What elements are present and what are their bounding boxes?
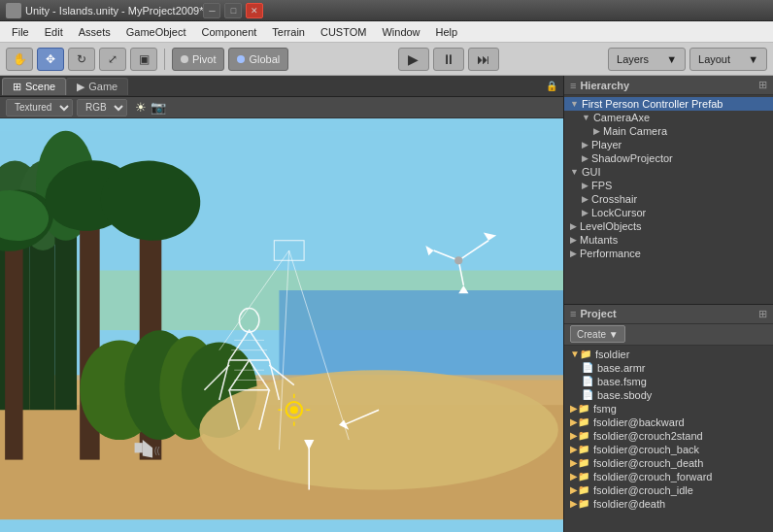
folder-icon: ▶📁 xyxy=(570,430,589,441)
hierarchy-item[interactable]: ▶Crosshair xyxy=(564,192,773,206)
project-item-label: fsmg xyxy=(593,403,617,415)
move-tool-button[interactable]: ✥ xyxy=(37,48,64,71)
hierarchy-tabs-icon: ⊞ xyxy=(758,79,767,91)
layout-dropdown[interactable]: Layout ▼ xyxy=(689,48,767,71)
file3d-icon: 📄 xyxy=(582,362,593,373)
step-button[interactable]: ⏭ xyxy=(468,48,499,71)
scale-tool-button[interactable]: ⤢ xyxy=(99,48,126,71)
menu-edit[interactable]: Edit xyxy=(37,24,71,40)
create-button[interactable]: Create ▼ xyxy=(570,325,625,343)
hierarchy-item-label: ShadowProjector xyxy=(591,152,673,164)
hierarchy-title: Hierarchy xyxy=(580,80,629,91)
project-tabs-icon: ⊞ xyxy=(758,308,767,320)
hierarchy-item-label: Main Camera xyxy=(603,125,667,137)
create-label: Create ▼ xyxy=(577,329,619,340)
project-item-label: fsoldier@crouch_back xyxy=(593,444,699,455)
svg-rect-43 xyxy=(135,443,143,452)
tab-scene[interactable]: ⊞ Scene xyxy=(2,78,66,95)
project-item[interactable]: ▶📁fsoldier@crouch_death xyxy=(564,456,773,470)
project-item[interactable]: ▶📁fsoldier@crouch_forward xyxy=(564,470,773,483)
project-item[interactable]: ▶📁fsmg xyxy=(564,402,773,416)
hierarchy-item-label: Crosshair xyxy=(591,193,637,205)
pivot-button[interactable]: Pivot xyxy=(172,48,224,71)
project-item[interactable]: ▼📁fsoldier xyxy=(564,348,773,361)
hierarchy-item[interactable]: ▶Performance xyxy=(564,247,773,260)
expand-arrow-icon: ▶ xyxy=(570,221,577,231)
minimize-button[interactable]: ─ xyxy=(203,3,220,18)
folder-icon: ▶📁 xyxy=(570,403,589,414)
menu-window[interactable]: Window xyxy=(374,24,427,40)
folder-icon: ▶📁 xyxy=(570,457,589,468)
expand-arrow-icon: ▶ xyxy=(582,153,588,163)
project-item-label: base.armr xyxy=(597,362,646,374)
pause-button[interactable]: ⏸ xyxy=(433,48,464,71)
project-item-label: fsoldier xyxy=(595,349,629,360)
hierarchy-item[interactable]: ▼GUI xyxy=(564,165,773,179)
titlebar-title: Unity - Islands.unity - MyProject2009* xyxy=(25,5,203,17)
project-item[interactable]: 📄base.armr xyxy=(564,361,773,375)
hierarchy-item-label: GUI xyxy=(582,166,601,178)
main-area: ⊞ Scene ▶ Game 🔒 Textured RGB ☀ 📷 xyxy=(0,76,773,532)
hierarchy-item[interactable]: ▶Mutants xyxy=(564,233,773,247)
play-button[interactable]: ▶ xyxy=(398,48,429,71)
pivot-dot xyxy=(181,55,188,63)
tab-lock-icon: 🔒 xyxy=(546,81,557,91)
global-label: Global xyxy=(249,53,280,65)
project-item[interactable]: 📄base.fsmg xyxy=(564,375,773,388)
hierarchy-panel: ≡ Hierarchy ⊞ ▼First Person Controller P… xyxy=(564,76,773,305)
menu-custom[interactable]: CUSTOM xyxy=(313,24,374,40)
hierarchy-item[interactable]: ▼CameraAxe xyxy=(564,111,773,124)
sun-icon: ☀ xyxy=(135,100,147,115)
hierarchy-item[interactable]: ▶ShadowProjector xyxy=(564,151,773,165)
hand-tool-button[interactable]: ✋ xyxy=(6,48,33,71)
maximize-button[interactable]: □ xyxy=(224,3,242,18)
menu-component[interactable]: Component xyxy=(193,24,264,40)
menu-gameobject[interactable]: GameObject xyxy=(118,24,194,40)
expand-arrow-icon: ▼ xyxy=(570,99,579,109)
color-mode-select[interactable]: RGB xyxy=(77,99,127,116)
menu-help[interactable]: Help xyxy=(428,24,466,40)
view-mode-select[interactable]: Textured xyxy=(6,99,73,116)
project-item[interactable]: ▶📁fsoldier@backward xyxy=(564,416,773,429)
project-item-label: fsoldier@death xyxy=(593,498,665,510)
folder-icon: ▶📁 xyxy=(570,484,589,495)
global-button[interactable]: Global xyxy=(228,48,288,71)
folder-icon: ▶📁 xyxy=(570,471,589,482)
rotate-tool-button[interactable]: ↻ xyxy=(68,48,95,71)
menu-file[interactable]: File xyxy=(4,24,37,40)
close-button[interactable]: ✕ xyxy=(246,3,263,18)
project-item[interactable]: ▶📁fsoldier@crouch_idle xyxy=(564,483,773,497)
layers-dropdown[interactable]: Layers ▼ xyxy=(608,48,686,71)
folder-icon: ▶📁 xyxy=(570,498,589,509)
hierarchy-header: ≡ Hierarchy ⊞ xyxy=(564,76,773,95)
hierarchy-item[interactable]: ▶Player xyxy=(564,138,773,151)
game-tab-label: Game xyxy=(88,81,118,92)
hierarchy-item[interactable]: ▶LevelObjects xyxy=(564,219,773,233)
project-title: Project xyxy=(580,308,616,319)
hierarchy-item-label: First Person Controller Prefab xyxy=(582,98,723,110)
hierarchy-item-label: Mutants xyxy=(580,234,618,246)
unity-icon xyxy=(6,3,21,18)
project-item[interactable]: ▶📁fsoldier@crouch2stand xyxy=(564,429,773,443)
tab-game[interactable]: ▶ Game xyxy=(66,78,128,95)
pivot-label: Pivot xyxy=(192,53,216,65)
folder-icon: ▶📁 xyxy=(570,416,589,427)
hierarchy-item-label: FPS xyxy=(591,180,612,191)
project-item[interactable]: 📄base.sbody xyxy=(564,388,773,402)
hierarchy-item[interactable]: ▶FPS xyxy=(564,179,773,192)
hierarchy-item[interactable]: ▶Main Camera xyxy=(564,124,773,138)
titlebar: Unity - Islands.unity - MyProject2009* ─… xyxy=(0,0,773,21)
toolbar: ✋ ✥ ↻ ⤢ ▣ Pivot Global ▶ ⏸ ⏭ Layers ▼ La… xyxy=(0,43,773,76)
tab-controls: 🔒 xyxy=(546,81,561,91)
hierarchy-item-label: Performance xyxy=(580,248,641,259)
svg-point-47 xyxy=(290,406,298,414)
hierarchy-item[interactable]: ▼First Person Controller Prefab xyxy=(564,97,773,111)
scene-viewport[interactable]: (( xyxy=(0,118,563,532)
project-item[interactable]: ▶📁fsoldier@crouch_back xyxy=(564,443,773,456)
project-item[interactable]: ▶📁fsoldier@death xyxy=(564,497,773,511)
hierarchy-item[interactable]: ▶LockCursor xyxy=(564,206,773,219)
menu-terrain[interactable]: Terrain xyxy=(264,24,313,40)
expand-arrow-icon: ▶ xyxy=(570,249,577,258)
menu-assets[interactable]: Assets xyxy=(71,24,118,40)
rect-tool-button[interactable]: ▣ xyxy=(130,48,157,71)
